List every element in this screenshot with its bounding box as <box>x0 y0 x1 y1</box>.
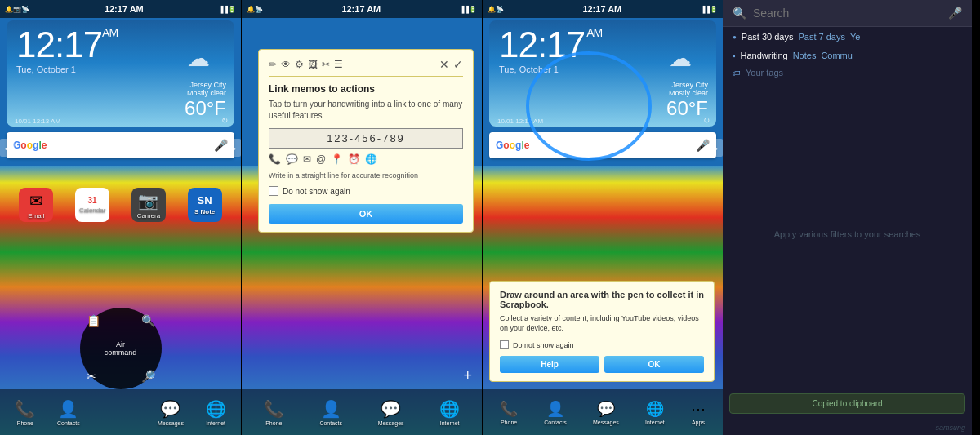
status-time: 12:17 AM <box>105 4 144 14</box>
sidebar-mic-icon[interactable]: 🎤 <box>948 7 962 20</box>
time-action-icon[interactable]: ⏰ <box>348 153 360 165</box>
dock3-contacts[interactable]: 👤 Contacts <box>544 400 567 425</box>
status-time-2: 12:17 AM <box>341 4 381 14</box>
dock2-internet-label: Internet <box>440 420 460 426</box>
google-logo-1: Google <box>13 140 47 151</box>
city-1: Jersey City <box>185 81 226 89</box>
notification-icons: 🔔📷📡 <box>5 6 29 13</box>
temp-1: 60°F <box>185 97 226 120</box>
email-icon: ✉ <box>29 191 43 211</box>
sidebar-filter-row: ● Past 30 days Past 7 days Ye <box>723 27 972 47</box>
dock3-apps[interactable]: ⋯ Apps <box>691 400 706 425</box>
image-icon[interactable]: 🖼 <box>308 59 318 70</box>
eye-icon[interactable]: 👁 <box>281 59 291 70</box>
clock-weather-1: Jersey City Mostly clear 60°F <box>185 81 226 120</box>
email-label: Email <box>28 212 44 220</box>
signal-icons-2: ▐▐🔋 <box>460 6 477 13</box>
scrapbook-ok-button[interactable]: OK <box>604 356 704 373</box>
tooltip-title: Link memos to actions <box>269 83 463 95</box>
nav-arrow-left-1[interactable]: ◀ <box>0 139 15 157</box>
scrapbook-checkbox-label: Do not show again <box>513 341 574 349</box>
dock2-phone[interactable]: 📞 Phone <box>264 399 284 426</box>
filter-past-30[interactable]: Past 30 days <box>742 32 794 42</box>
tooltip-close-icon[interactable]: ✕ <box>439 58 449 71</box>
map-action-icon[interactable]: 📍 <box>331 153 343 165</box>
app-snote[interactable]: SN S Note <box>188 188 222 222</box>
google-search-bar-1[interactable]: Google 🎤 <box>7 132 234 158</box>
dock2-contacts[interactable]: 👤 Contacts <box>319 399 342 426</box>
sidebar-category-row: ▪ Handwriting Notes Commu <box>723 47 972 64</box>
cmd-icon-tr: 🔍 <box>141 314 155 327</box>
pencil-icon[interactable]: ✏ <box>269 59 277 70</box>
dock3-internet[interactable]: 🌐 Internet <box>645 400 665 425</box>
at-action-icon[interactable]: @ <box>316 153 326 165</box>
dock-phone[interactable]: 📞 Phone <box>15 399 35 426</box>
filter-bullet: ● <box>733 33 737 41</box>
app-calendar[interactable]: 31 Calendar <box>75 188 109 222</box>
tooltip-check-icon[interactable]: ✓ <box>453 58 463 71</box>
dock3-phone[interactable]: 📞 Phone <box>500 400 518 425</box>
category-notes[interactable]: Notes <box>793 51 817 60</box>
dock-messages[interactable]: 💬 Messages <box>158 399 184 426</box>
panel2-plus-icon[interactable]: + <box>463 367 472 384</box>
air-command-1[interactable]: 📋 🔍 ✂ 🔎 Aircommand <box>80 308 162 389</box>
messages-icon: 💬 <box>160 399 180 419</box>
menu-icon[interactable]: ☰ <box>334 59 343 70</box>
scrapbook-help-button[interactable]: Help <box>500 356 599 373</box>
crop-icon[interactable]: ✂ <box>322 59 330 70</box>
nav-arrow-right-1[interactable]: ▶ <box>226 139 241 157</box>
phone-icon-3: 📞 <box>500 400 518 418</box>
messages-icon-3: 💬 <box>597 400 615 418</box>
status-time-3: 12:17 AM <box>582 4 621 14</box>
city-3: Jersey City <box>666 81 708 89</box>
scrapbook-checkbox[interactable] <box>500 340 509 349</box>
dock3-phone-label: Phone <box>501 419 517 425</box>
sidebar-clipboard: Copied to clipboard <box>729 393 965 414</box>
phone-icon-2: 📞 <box>264 399 284 419</box>
samsung-logo: samsung <box>935 424 965 432</box>
refresh-icon-1: ↻ <box>221 116 228 125</box>
notification-icons-3: 🔔📡 <box>488 6 504 13</box>
dock-contacts-label: Contacts <box>57 420 80 426</box>
tooltip-ok-button[interactable]: OK <box>269 204 463 224</box>
tooltip-checkbox-label: Do not show again <box>283 187 350 196</box>
app-camera[interactable]: 📷 Camera <box>131 188 166 222</box>
clipboard-text: Copied to clipboard <box>812 399 882 408</box>
dock2-messages[interactable]: 💬 Messages <box>378 399 404 426</box>
settings-icon[interactable]: ⚙ <box>295 59 304 70</box>
dock2-internet[interactable]: 🌐 Internet <box>439 399 460 426</box>
clock-weather-3: Jersey City Mostly clear 60°F <box>666 81 708 120</box>
web-action-icon[interactable]: 🌐 <box>365 153 377 165</box>
status-icons-right-2: ▐▐🔋 <box>460 6 477 13</box>
nav-arrow-right-3[interactable]: ▶ <box>708 139 723 157</box>
air-command-circle[interactable]: 📋 🔍 ✂ 🔎 Aircommand <box>80 308 162 389</box>
temp-3: 60°F <box>666 97 708 120</box>
tooltip-checkbox[interactable] <box>269 186 278 196</box>
tooltip-number-sample: 123-456-789 <box>269 128 463 149</box>
filter-ye[interactable]: Ye <box>850 32 860 42</box>
category-handwriting[interactable]: Handwriting <box>741 51 788 60</box>
phone-panel-2: 🔔📡 12:17 AM ▐▐🔋 ✏ 👁 ⚙ 🖼 ✂ ☰ ✕ ✓ Link mem… <box>241 0 482 435</box>
phone-action-icon[interactable]: 📞 <box>269 153 281 165</box>
dock3-messages[interactable]: 💬 Messages <box>593 400 619 425</box>
tags-label: Your tags <box>746 68 783 78</box>
tooltip-action-icons: 📞 💬 ✉ @ 📍 ⏰ 🌐 <box>269 153 463 165</box>
app-email[interactable]: ✉ Email <box>19 188 53 222</box>
dock-contacts[interactable]: 👤 Contacts <box>57 399 80 426</box>
dock-internet[interactable]: 🌐 Internet <box>206 399 226 426</box>
contacts-icon-2: 👤 <box>321 399 341 419</box>
sms-action-icon[interactable]: 💬 <box>286 153 298 165</box>
status-icons-right: ▐▐🔋 <box>219 6 236 13</box>
dock2-phone-label: Phone <box>265 420 282 426</box>
clock-timestamp-1: 10/01 12:13 AM <box>15 118 60 125</box>
sidebar-search-bar[interactable]: 🔍 🎤 <box>723 0 972 27</box>
email-action-icon[interactable]: ✉ <box>303 153 311 165</box>
sidebar-search-input[interactable] <box>753 7 942 20</box>
link-memo-popup: ✏ 👁 ⚙ 🖼 ✂ ☰ ✕ ✓ Link memos to actions Ta… <box>258 49 474 233</box>
tooltip-checkbox-row: Do not show again <box>269 186 463 196</box>
dock2-contacts-label: Contacts <box>319 420 342 426</box>
dock3-messages-label: Messages <box>593 419 619 425</box>
filter-past-7[interactable]: Past 7 days <box>798 32 844 42</box>
phone-icon: 📞 <box>15 399 35 419</box>
category-commu[interactable]: Commu <box>821 51 853 60</box>
